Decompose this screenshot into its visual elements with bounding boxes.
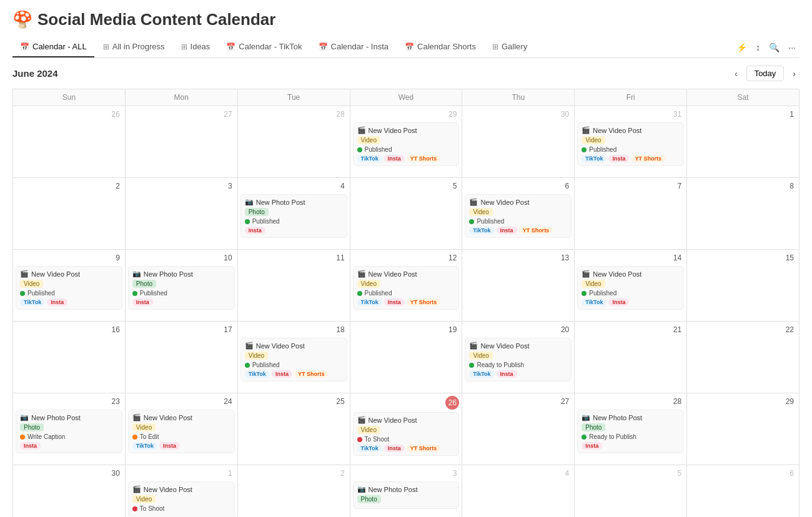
app-title-text: Social Media Content Calendar: [37, 10, 275, 29]
event-card[interactable]: 🎬New Video PostVideoTo ShootTikTokInstaY…: [353, 412, 460, 456]
event-title: 🎬New Video Post: [132, 485, 230, 493]
status-dot: [245, 363, 250, 368]
event-card[interactable]: 📷New Photo PostPhoto: [353, 481, 460, 509]
video-icon: 🎬: [469, 342, 478, 350]
platform-tag-insta: Insta: [132, 298, 153, 306]
tab-ideas-label: Ideas: [191, 42, 210, 51]
day-number: 15: [690, 252, 796, 263]
tab-ideas[interactable]: ⊞ Ideas: [174, 37, 218, 57]
status-dot: [245, 219, 250, 224]
event-card[interactable]: 🎬New Video PostVideoPublishedTikTokInsta…: [465, 194, 572, 238]
event-card[interactable]: 🎬New Video PostVideoPublishedTikTokInsta…: [577, 122, 684, 166]
today-button[interactable]: Today: [746, 66, 785, 81]
status-label: Published: [477, 218, 504, 225]
status-label: Published: [252, 362, 280, 368]
day-header-thu: Thu: [462, 89, 575, 106]
status-dot: [132, 291, 137, 296]
cal-cell: 30: [462, 106, 575, 178]
event-card[interactable]: 🎬New Video PostVideoTo EditTikTokInsta: [128, 410, 235, 453]
platform-tag-tiktok: TikTok: [469, 227, 494, 234]
prev-month-button[interactable]: ‹: [731, 66, 741, 81]
video-icon: 🎬: [132, 413, 141, 421]
status-row: Ready to Publish: [582, 433, 680, 440]
video-icon: 🎬: [582, 270, 590, 278]
cal-cell: 15: [687, 250, 800, 322]
cal-cell: 9🎬New Video PostVideoPublishedTikTokInst…: [13, 250, 126, 322]
status-row: Published: [357, 290, 455, 297]
tab-calendar-insta[interactable]: 📅 Calendar - Insta: [311, 37, 397, 57]
day-number: 17: [128, 324, 235, 335]
day-number: 6: [690, 468, 796, 479]
event-card[interactable]: 🎬New Video PostVideoTo Shoot: [128, 481, 235, 517]
event-title: 🎬New Video Post: [469, 198, 567, 206]
type-tag: Photo: [245, 208, 343, 218]
day-number: 10: [128, 252, 235, 263]
event-title-text: New Photo Post: [144, 270, 193, 278]
event-card[interactable]: 🎬New Video PostVideoPublishedTikTokInsta…: [353, 122, 460, 166]
type-tag: Video: [357, 136, 455, 146]
platform-tag-yt: YT Shorts: [407, 155, 441, 162]
event-card[interactable]: 📷New Photo PostPhotoWrite CaptionInsta: [16, 410, 122, 453]
type-tag: Video: [357, 280, 455, 290]
day-number: 25: [240, 396, 347, 407]
tab-gallery[interactable]: ⊞ Gallery: [485, 37, 535, 57]
cal-cell: 29🎬New Video PostVideoPublishedTikTokIns…: [350, 106, 463, 178]
tab-calendar-all[interactable]: 📅 Calendar - ALL: [12, 37, 94, 57]
cal-cell: 21: [575, 322, 687, 393]
event-card[interactable]: 🎬New Video PostVideoPublishedTikTokInsta: [577, 266, 684, 310]
platform-tag-insta: Insta: [245, 227, 265, 234]
day-number: 13: [465, 252, 572, 263]
platform-tags: TikTokInstaYT Shorts: [357, 298, 455, 306]
platform-tags: TikTokInstaYT Shorts: [469, 227, 567, 234]
status-dot: [132, 506, 137, 511]
tab-calendar-shorts-label: Calendar Shorts: [417, 42, 476, 51]
cal-cell: 3: [126, 178, 238, 250]
day-number: 1: [128, 468, 235, 479]
filter-button[interactable]: ⚡: [733, 40, 751, 55]
day-header-tue: Tue: [238, 89, 350, 106]
nav-tabs: 📅 Calendar - ALL ⊞ All in Progress ⊞ Ide…: [12, 37, 800, 58]
sort-button[interactable]: ↕: [752, 40, 764, 55]
next-month-button[interactable]: ›: [789, 66, 800, 81]
event-card[interactable]: 🎬New Video PostVideoPublishedTikTokInsta…: [353, 266, 460, 310]
status-dot: [357, 147, 362, 152]
video-icon: 🎬: [20, 270, 29, 278]
platform-tags: Insta: [132, 298, 230, 306]
tab-calendar-tiktok-label: Calendar - TikTok: [239, 42, 302, 51]
event-card[interactable]: 📷New Photo PostPhotoPublishedInsta: [128, 266, 235, 310]
day-number: 31: [577, 109, 684, 120]
cal-cell: 18🎬New Video PostVideoPublishedTikTokIns…: [238, 322, 350, 393]
cal-cell: 3📷New Photo PostPhoto: [350, 465, 463, 517]
calendar-grid: SunMonTueWedThuFriSat26272829🎬New Video …: [12, 89, 800, 517]
status-row: Published: [20, 290, 118, 297]
day-number: 6: [465, 180, 572, 192]
event-card[interactable]: 📷New Photo PostPhotoReady to PublishInst…: [577, 410, 684, 453]
cal-cell: 10📷New Photo PostPhotoPublishedInsta: [126, 250, 238, 322]
event-card[interactable]: 🎬New Video PostVideoPublishedTikTokInsta: [16, 266, 122, 310]
tab-calendar-shorts[interactable]: 📅 Calendar Shorts: [397, 37, 483, 57]
more-button[interactable]: ···: [785, 40, 800, 55]
platform-tag-yt: YT Shorts: [407, 298, 441, 306]
calendar-tiktok-icon: 📅: [226, 42, 235, 51]
event-title: 🎬New Video Post: [357, 416, 455, 424]
platform-tags: TikTokInstaYT Shorts: [582, 155, 680, 162]
cal-cell: 5: [575, 465, 687, 517]
status-dot: [132, 435, 137, 440]
event-card[interactable]: 🎬New Video PostVideoReady to PublishTikT…: [465, 338, 572, 382]
tab-all-in-progress[interactable]: ⊞ All in Progress: [96, 37, 172, 57]
event-card[interactable]: 📷New Photo PostPhotoPublishedInsta: [240, 194, 347, 238]
platform-tag-insta: Insta: [20, 442, 41, 450]
platform-tags: TikTokInstaYT Shorts: [357, 445, 455, 452]
platform-tag-insta: Insta: [608, 298, 629, 306]
search-button[interactable]: 🔍: [765, 40, 783, 55]
platform-tag-tiktok: TikTok: [357, 298, 382, 306]
day-number: 20: [465, 324, 572, 335]
type-tag: Photo: [582, 423, 680, 433]
status-row: To Edit: [132, 433, 230, 440]
tab-calendar-tiktok[interactable]: 📅 Calendar - TikTok: [219, 37, 309, 57]
status-row: Published: [132, 290, 230, 297]
cal-cell: 28: [238, 106, 350, 178]
event-title-text: New Video Post: [369, 416, 417, 424]
day-number: 9: [16, 252, 122, 263]
event-card[interactable]: 🎬New Video PostVideoPublishedTikTokInsta…: [240, 338, 347, 382]
